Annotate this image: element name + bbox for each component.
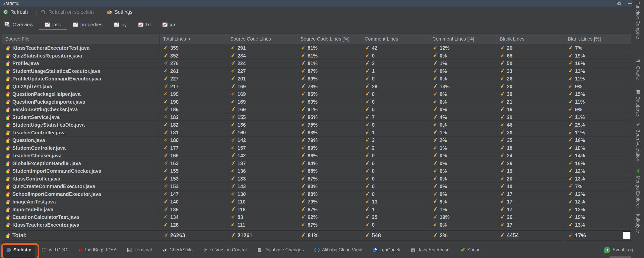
pen-icon bbox=[364, 138, 370, 143]
table-row[interactable]: StudentService.java 182 155 bbox=[2, 114, 631, 121]
column-header-total-lines[interactable]: Total Lines ▼ bbox=[160, 34, 227, 44]
statusbar-terminal[interactable]: Terminal bbox=[127, 247, 152, 252]
statusbar-spring[interactable]: Spring bbox=[460, 247, 480, 252]
blank-lines-pct-cell: 15% bbox=[564, 90, 631, 98]
table-row[interactable]: VersionSettingChecker.java 185 169 bbox=[2, 106, 631, 114]
table-row[interactable]: Question.java 180 142 bbox=[2, 137, 631, 144]
gear-icon[interactable] bbox=[616, 1, 622, 6]
statusbar-database-changes[interactable]: Database Changes bbox=[257, 247, 304, 252]
tab-overview[interactable]: Overview bbox=[4, 22, 33, 28]
column-header-source-code-lines-pct[interactable]: Source Code Lines [%] bbox=[297, 34, 361, 44]
statusbar-java-enterprise[interactable]: Java Enterprise bbox=[410, 247, 450, 252]
statusbar-luacheck[interactable]: LuaCheck bbox=[372, 247, 400, 252]
java-file-icon bbox=[5, 222, 10, 228]
table-row[interactable]: TeacherChecker.java 166 142 bbox=[2, 152, 631, 160]
table-row[interactable]: Profile.java 276 224 bbox=[2, 60, 631, 67]
cell-value: 30 bbox=[507, 91, 512, 97]
pen-icon bbox=[230, 168, 236, 174]
table-row[interactable]: StudentUsageStatisticsExecutor.java 261 … bbox=[2, 67, 631, 75]
tab-java[interactable]: java bbox=[45, 22, 62, 28]
settings-button[interactable]: Settings bbox=[107, 9, 132, 15]
table-row[interactable]: TeacherController.java 181 160 bbox=[2, 129, 631, 137]
cell-value: 81% bbox=[308, 53, 318, 59]
table-row[interactable]: ImageApiTest.java 140 110 bbox=[2, 198, 631, 206]
cell-value: 81% bbox=[308, 45, 318, 51]
statusbar-event-log[interactable]: 1 Event Log bbox=[604, 247, 633, 253]
comment-lines-cell: 0 bbox=[361, 183, 429, 190]
pen-icon bbox=[500, 199, 505, 204]
refresh-button[interactable]: Refresh bbox=[3, 9, 28, 15]
gradle-elephant-icon[interactable] bbox=[636, 59, 641, 64]
statusbar-findbugs[interactable]: FindBugs-IDEA bbox=[78, 247, 117, 252]
table-row[interactable]: KlassTeachersExecutor.java 128 111 bbox=[2, 221, 631, 229]
table-row[interactable]: StudentController.java 177 157 bbox=[2, 144, 631, 152]
table-row[interactable]: EquationCalculatorTest.java 134 83 bbox=[2, 213, 631, 221]
statusbar-todo[interactable]: 6: TODO bbox=[42, 247, 67, 252]
sidebar-item-database[interactable]: Database bbox=[635, 96, 640, 116]
table-row[interactable]: ProfileUpdateCommandExecutor.java 227 20… bbox=[2, 75, 631, 83]
total-lines-cell: 261 bbox=[160, 67, 227, 75]
cell-value: 17% bbox=[575, 232, 586, 239]
source-code-lines-cell: 169 bbox=[227, 83, 297, 90]
table-row[interactable]: StudentImportCommandChecker.java 155 136 bbox=[2, 167, 631, 175]
cell-value: 2 bbox=[372, 145, 375, 151]
statusbar-alibaba-cloud[interactable]: Alibaba Cloud View bbox=[314, 247, 362, 252]
column-header-comment-lines-pct[interactable]: Comment Lines [%] bbox=[429, 34, 496, 44]
sidebar-item-bean-validation[interactable]: Bean Validation bbox=[635, 130, 640, 161]
tab-xml[interactable]: xml bbox=[162, 22, 178, 28]
table-row[interactable]: SchoolImportCommandExecutor.java 147 130 bbox=[2, 191, 631, 198]
table-row[interactable]: QuizCreateCommandExecutor.java 153 143 bbox=[2, 183, 631, 191]
pen-icon bbox=[163, 138, 168, 143]
table-row[interactable]: QuizApiTest.java 217 169 bbox=[2, 83, 631, 91]
source-file-name: QuizStatisticsRepository.java bbox=[12, 53, 82, 59]
table-row[interactable]: KlassTeachersExecutorTest.java 359 291 bbox=[2, 44, 631, 52]
table-row[interactable]: QuestionPackageImporter.java 190 169 bbox=[2, 98, 631, 106]
table-row[interactable]: QuizStatisticsRepository.java 352 284 bbox=[2, 52, 631, 60]
comment-lines-cell: 1 bbox=[361, 129, 429, 137]
statusbar-version-control[interactable]: 9: Version Control bbox=[203, 247, 247, 252]
pen-icon bbox=[230, 107, 236, 112]
sidebar-item-function-compute[interactable]: Function Compute bbox=[635, 2, 640, 39]
table-row[interactable]: ImportedFile.java 136 118 bbox=[2, 206, 631, 214]
total-lines-cell: 276 bbox=[160, 60, 227, 67]
sidebar-item-gradle[interactable]: Gradle bbox=[635, 66, 640, 80]
tab-txt[interactable]: txt bbox=[138, 22, 151, 28]
horizontal-scrollbar-thumb[interactable] bbox=[610, 256, 631, 258]
cell-value: 1% bbox=[440, 145, 447, 151]
column-header-source-code-lines[interactable]: Source Code Lines bbox=[227, 34, 297, 44]
cell-value: 169 bbox=[238, 107, 246, 112]
statusbar-checkstyle[interactable]: CS CheckStyle bbox=[162, 247, 192, 252]
column-header-comment-lines[interactable]: Comment Lines bbox=[361, 34, 429, 44]
statusbar-statistic[interactable]: Statistic bbox=[2, 242, 35, 258]
total-lines-cell: 26263 bbox=[160, 231, 227, 240]
column-header-blank-lines-pct[interactable]: Blank Lines [%] bbox=[564, 34, 631, 44]
source-file-name: Total: bbox=[12, 232, 26, 239]
database-icon[interactable] bbox=[636, 89, 641, 95]
table-total-row-content[interactable]: Total: 26263 21261 bbox=[2, 231, 631, 240]
pen-icon bbox=[568, 222, 573, 228]
table-row[interactable]: QuestionPackageHelper.java 199 169 bbox=[2, 90, 631, 98]
bean-validation-icon[interactable] bbox=[636, 122, 641, 127]
table-row[interactable]: StudentUageStatisticsDto.java 182 136 bbox=[2, 121, 631, 129]
column-header-blank-lines[interactable]: Blank Lines bbox=[496, 34, 564, 44]
java-file-icon bbox=[5, 91, 10, 97]
tab-properties[interactable]: properties bbox=[73, 22, 102, 28]
source-code-lines-cell: 83 bbox=[227, 213, 297, 221]
sidebar-item-kafkalytic[interactable]: kafkalytic bbox=[635, 214, 640, 233]
comment-lines-cell: 0 bbox=[361, 160, 429, 167]
pen-icon bbox=[163, 68, 168, 74]
table-row[interactable]: GlobalExceptionHandler.java 163 137 bbox=[2, 160, 631, 168]
blank-lines-pct-cell: 12% bbox=[564, 198, 631, 206]
mongo-leaf-icon[interactable] bbox=[636, 168, 641, 174]
tab-py[interactable]: py bbox=[114, 22, 126, 28]
pen-icon bbox=[300, 130, 306, 136]
column-header-source-file[interactable]: Source File bbox=[2, 34, 160, 44]
table-row[interactable]: KlassController.java 153 133 bbox=[2, 175, 631, 183]
pen-icon bbox=[364, 145, 370, 151]
refresh-on-selection-button[interactable]: Refresh on selection bbox=[41, 9, 94, 15]
sidebar-item-mongo-explorer[interactable]: Mongo Explorer bbox=[635, 176, 640, 208]
source-file-cell: Profile.java bbox=[2, 60, 160, 67]
todo-list-icon bbox=[42, 247, 47, 252]
cell-value: 93% bbox=[308, 184, 318, 189]
pen-icon bbox=[230, 214, 236, 220]
